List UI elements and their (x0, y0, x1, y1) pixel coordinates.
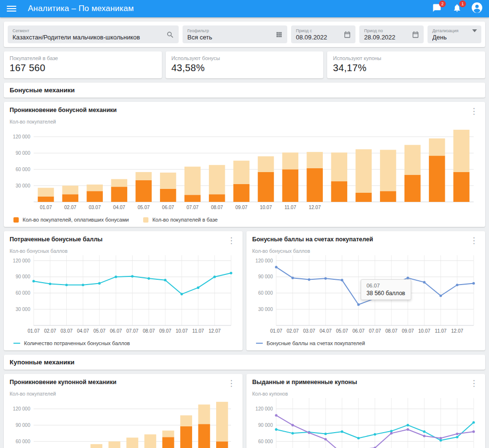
period-from-filter[interactable]: Приод с 08.09.2022 (291, 25, 355, 43)
svg-text:90 000: 90 000 (15, 150, 30, 156)
chart-title: Проникновение бонусной механики (10, 107, 479, 113)
detalization-filter[interactable]: Детализация День (428, 25, 481, 43)
notifications-button[interactable]: 1 (452, 3, 462, 14)
kpi-card-customers: Покупателей в базе 167 560 (4, 51, 162, 78)
svg-text:04.07: 04.07 (319, 328, 331, 334)
calendar-icon (343, 31, 351, 38)
chart-card-account-points: Бонусные баллы на счетах покупателей ⋮ К… (246, 231, 485, 350)
search-icon (166, 31, 174, 39)
legend-swatch (256, 343, 263, 344)
kpi-value: 34,17% (333, 62, 479, 74)
svg-text:02.07: 02.07 (64, 205, 76, 210)
svg-text:120 000: 120 000 (13, 134, 31, 139)
chart-title: Потраченные бонусные баллы (10, 236, 237, 243)
page-title: Аналитика – По механикам (28, 4, 134, 13)
svg-text:90 000: 90 000 (258, 423, 273, 428)
segment-filter[interactable]: Сегмент Казахстан/Родители мальчиков-шко… (8, 25, 179, 43)
chart-legend: Бонусные баллы на счетах покупателей (252, 338, 479, 348)
svg-text:120 000: 120 000 (256, 258, 273, 263)
svg-text:05.07: 05.07 (93, 328, 105, 334)
svg-text:08.07: 08.07 (211, 205, 223, 210)
hamburger-menu-button[interactable] (7, 6, 16, 12)
svg-text:05.07: 05.07 (137, 205, 149, 210)
y-axis-label: Кол-во бонусных баллов (252, 248, 479, 254)
svg-text:01.07: 01.07 (270, 328, 282, 334)
stacked-bar-chart-bonus[interactable]: 30 00060 00090 000120 00001.0702.0703.07… (10, 126, 479, 214)
kebab-menu-button[interactable]: ⋮ (466, 378, 481, 389)
svg-text:11.07: 11.07 (284, 205, 296, 210)
legend-swatch (143, 217, 148, 223)
chart-card-coupon-penetration: Проникновение купонной механики ⋮ Кол-во… (4, 374, 243, 448)
svg-text:03.07: 03.07 (303, 328, 315, 334)
stacked-bar-chart-coupon[interactable]: 30 00060 00090 000120 000 (10, 398, 237, 448)
messages-badge: 2 (439, 0, 446, 7)
svg-text:120 000: 120 000 (13, 406, 31, 411)
kpi-card-coupon-usage: Используют купоны 34,17% (327, 51, 485, 78)
kpi-row: Покупателей в базе 167 560 Используют бо… (4, 51, 485, 78)
svg-text:12.07: 12.07 (208, 328, 220, 334)
detalization-value: День (432, 34, 469, 41)
legend-swatch (13, 217, 19, 223)
detalization-label: Детализация (432, 28, 469, 34)
geofilter[interactable]: Геофильтр Вся сеть (183, 25, 287, 43)
svg-text:30 000: 30 000 (258, 307, 273, 312)
chart-legend: Кол-во покупателей, оплативших бонусамиК… (10, 214, 479, 224)
chart-title: Выданные и примененные купоны (252, 379, 479, 386)
y-axis-label: Кол-во бонусных баллов (10, 248, 237, 254)
line-chart-spent-points[interactable]: 30 00060 00090 000120 00001.0702.0703.07… (10, 255, 237, 338)
svg-text:60 000: 60 000 (15, 439, 30, 444)
kebab-menu-button[interactable]: ⋮ (466, 106, 481, 117)
svg-text:90 000: 90 000 (15, 423, 30, 428)
svg-text:11.07: 11.07 (192, 328, 204, 334)
svg-text:04.07: 04.07 (77, 328, 89, 334)
geofilter-label: Геофильтр (187, 28, 272, 34)
svg-text:08.07: 08.07 (143, 328, 155, 334)
period-to-filter[interactable]: Приод по 28.09.2022 (359, 25, 424, 43)
kpi-label: Используют бонусы (171, 55, 318, 61)
svg-text:09.07: 09.07 (402, 328, 414, 334)
svg-text:11.07: 11.07 (435, 328, 447, 334)
segment-filter-label: Сегмент (12, 28, 163, 34)
svg-text:120 000: 120 000 (13, 258, 31, 263)
svg-text:02.07: 02.07 (44, 328, 56, 334)
svg-text:07.07: 07.07 (186, 205, 198, 210)
svg-text:01.07: 01.07 (40, 205, 52, 210)
kebab-menu-button[interactable]: ⋮ (224, 235, 239, 246)
messages-button[interactable]: 2 (431, 3, 442, 14)
section-header-coupon: Купонные механики (4, 355, 485, 370)
svg-text:01.07: 01.07 (27, 328, 39, 334)
calendar-icon (412, 31, 419, 38)
svg-text:07.07: 07.07 (369, 328, 381, 334)
kebab-menu-button[interactable]: ⋮ (466, 235, 481, 246)
section-header-bonus: Бонусные механики (4, 83, 485, 98)
line-chart-coupons[interactable]: 30 00060 00090 000120 000 (252, 398, 479, 448)
svg-text:05.07: 05.07 (336, 328, 348, 334)
notifications-badge: 1 (459, 0, 466, 7)
legend-swatch (13, 343, 20, 344)
svg-text:08.07: 08.07 (385, 328, 397, 334)
svg-text:03.07: 03.07 (61, 328, 73, 334)
svg-text:03.07: 03.07 (89, 205, 101, 210)
chart-card-coupons-issued-applied: Выданные и примененные купоны ⋮ Кол-во к… (246, 374, 485, 448)
app-header: Аналитика – По механикам 2 1 (0, 0, 489, 17)
svg-text:60 000: 60 000 (15, 290, 30, 296)
kpi-label: Покупателей в базе (10, 55, 156, 61)
svg-text:06.07: 06.07 (110, 328, 122, 334)
svg-text:12.07: 12.07 (309, 205, 321, 210)
svg-text:06.07: 06.07 (353, 328, 365, 334)
filter-bar: Сегмент Казахстан/Родители мальчиков-шко… (4, 22, 485, 47)
chart-legend: Количество потраченных бонусных баллов (10, 338, 237, 348)
svg-text:30 000: 30 000 (15, 307, 30, 312)
kpi-label: Используют купоны (333, 55, 479, 61)
account-icon (471, 2, 483, 15)
chevron-down-icon (472, 29, 477, 32)
kebab-menu-button[interactable]: ⋮ (224, 378, 239, 389)
user-avatar-button[interactable] (472, 3, 482, 14)
svg-text:90 000: 90 000 (258, 274, 273, 279)
segment-filter-value: Казахстан/Родители мальчиков-школьников (12, 34, 163, 41)
chart-card-spent-points: Потраченные бонусные баллы ⋮ Кол-во бону… (4, 231, 243, 350)
y-axis-label: Кол-во купонов (252, 391, 479, 397)
legend-item: Бонусные баллы на счетах покупателей (256, 340, 365, 346)
svg-text:90 000: 90 000 (15, 274, 30, 279)
chart-card-bonus-penetration: Проникновение бонусной механики ⋮ Кол-во… (4, 102, 485, 227)
